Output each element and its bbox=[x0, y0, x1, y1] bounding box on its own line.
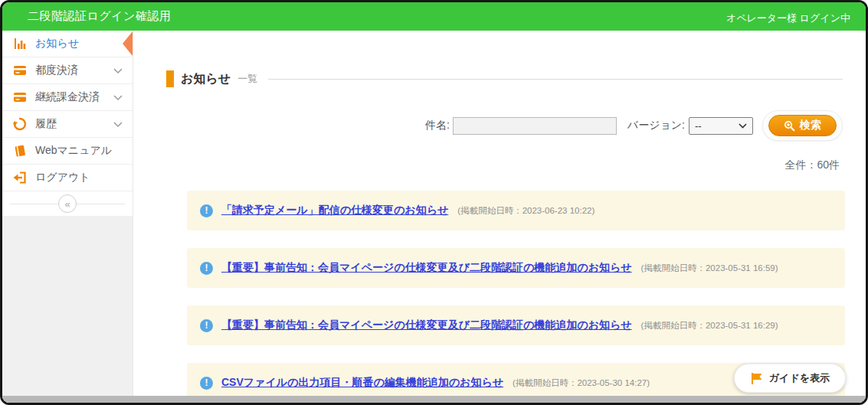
sidebar-collapse-row: « bbox=[2, 191, 133, 216]
notice-posted-datetime: (掲載開始日時：2023-05-30 14:27) bbox=[513, 377, 650, 389]
sidebar-item-oshirase[interactable]: お知らせ bbox=[2, 31, 133, 57]
total-count: 全件：60件 bbox=[133, 158, 840, 172]
select-chevron-down-icon bbox=[739, 123, 747, 129]
notice-link[interactable]: 【重要】事前告知：会員マイページの仕様変更及び二段階認証の機能追加のお知らせ bbox=[221, 318, 632, 332]
page-heading: お知らせ 一覧 bbox=[166, 70, 843, 87]
sidebar-collapse-button[interactable]: « bbox=[58, 194, 77, 213]
sidebar-item-keizoku-kakin[interactable]: 継続課金決済 bbox=[2, 84, 133, 111]
sidebar-item-rireki[interactable]: 履歴 bbox=[2, 111, 133, 138]
show-guide-label: ガイドを表示 bbox=[769, 371, 830, 385]
info-icon: ! bbox=[200, 377, 213, 390]
notice-row: ! 【重要】事前告知：会員マイページの仕様変更及び二段階認証の機能追加のお知らせ… bbox=[187, 305, 845, 345]
app-title: 二段階認証ログイン確認用 bbox=[28, 9, 171, 24]
credit-card-icon bbox=[12, 63, 28, 78]
sidebar-item-label: お知らせ bbox=[35, 37, 79, 51]
page-title: お知らせ bbox=[181, 71, 231, 87]
notice-posted-datetime: (掲載開始日時：2023-06-23 10:22) bbox=[457, 205, 594, 217]
version-label: バージョン: bbox=[627, 119, 685, 132]
notice-link[interactable]: CSVファイルの出力項目・順番の編集機能追加のお知らせ bbox=[221, 376, 503, 390]
show-guide-button[interactable]: ガイドを表示 bbox=[734, 364, 846, 393]
notice-posted-datetime: (掲載開始日時：2023-05-31 16:59) bbox=[641, 263, 778, 274]
logout-icon bbox=[12, 170, 28, 185]
book-icon bbox=[12, 143, 28, 158]
sidebar-item-label: ログアウト bbox=[35, 171, 90, 185]
chevron-down-icon bbox=[113, 68, 123, 74]
sidebar: お知らせ 都度決済 継続課金決済 bbox=[2, 31, 133, 405]
notice-row: ! 「請求予定メール」配信の仕様変更のお知らせ (掲載開始日時：2023-06-… bbox=[187, 191, 845, 230]
info-icon: ! bbox=[200, 204, 213, 217]
horizontal-scrollbar[interactable] bbox=[2, 396, 866, 403]
heading-divider-line bbox=[268, 79, 843, 80]
magnifier-plus-icon bbox=[784, 120, 795, 132]
main-content: お知らせ 一覧 件名: バージョン: -- bbox=[133, 31, 866, 405]
subject-input[interactable] bbox=[453, 117, 617, 135]
version-selected-value: -- bbox=[695, 120, 702, 132]
search-form: 件名: バージョン: -- 検索 bbox=[133, 110, 843, 141]
bar-chart-icon bbox=[12, 36, 28, 51]
sidebar-item-label: 履歴 bbox=[35, 117, 57, 131]
search-button-label: 検索 bbox=[800, 119, 821, 132]
notice-row: ! 【重要】事前告知：会員マイページの仕様変更及び二段階認証の機能追加のお知らせ… bbox=[187, 248, 845, 288]
history-icon bbox=[12, 116, 28, 132]
search-button-capsule: 検索 bbox=[762, 110, 843, 141]
version-select[interactable]: -- bbox=[689, 117, 753, 135]
search-button[interactable]: 検索 bbox=[768, 115, 837, 136]
sidebar-item-label: 都度決済 bbox=[35, 64, 78, 77]
chevron-down-icon bbox=[113, 122, 123, 128]
info-icon: ! bbox=[200, 262, 213, 275]
sidebar-item-web-manual[interactable]: Webマニュアル bbox=[2, 138, 133, 165]
notice-link[interactable]: 【重要】事前告知：会員マイページの仕様変更及び二段階認証の機能追加のお知らせ bbox=[221, 261, 632, 275]
app-window: 二段階認証ログイン確認用 オペレーター様 ログイン中 お知らせ bbox=[0, 0, 868, 405]
sidebar-item-logout[interactable]: ログアウト bbox=[2, 165, 133, 191]
active-item-indicator bbox=[123, 31, 133, 56]
info-icon: ! bbox=[200, 319, 213, 332]
sidebar-item-tsudo-kessai[interactable]: 都度決済 bbox=[2, 57, 133, 84]
notice-posted-datetime: (掲載開始日時：2023-05-31 16:29) bbox=[641, 320, 778, 332]
sidebar-item-label: 継続課金決済 bbox=[35, 90, 100, 104]
subject-label: 件名: bbox=[425, 119, 450, 132]
credit-card-icon bbox=[12, 90, 28, 105]
sidebar-item-label: Webマニュアル bbox=[35, 144, 112, 158]
login-status: オペレーター様 ログイン中 bbox=[726, 11, 850, 31]
heading-accent-bar bbox=[166, 70, 174, 87]
notice-link[interactable]: 「請求予定メール」配信の仕様変更のお知らせ bbox=[221, 204, 448, 217]
header-bar: 二段階認証ログイン確認用 オペレーター様 ログイン中 bbox=[2, 2, 866, 31]
chevron-down-icon bbox=[113, 95, 123, 101]
flag-icon bbox=[750, 372, 763, 385]
page-subtitle: 一覧 bbox=[237, 72, 257, 86]
sidebar-filler bbox=[2, 216, 133, 405]
